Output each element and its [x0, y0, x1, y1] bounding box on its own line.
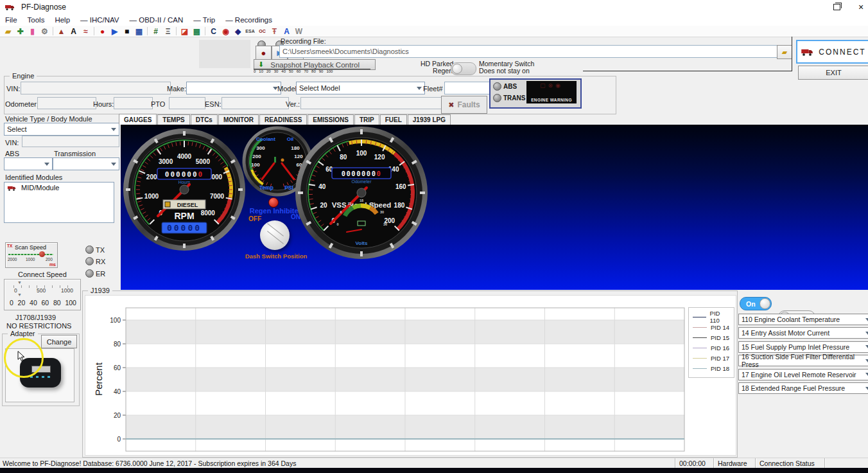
- pid-select-6[interactable]: 18 Extended Range Fuel Pressure: [738, 382, 868, 394]
- adapter-connect-icon[interactable]: ✚: [14, 26, 26, 36]
- exit-button[interactable]: EXIT: [798, 66, 868, 80]
- pid-select-3[interactable]: 15 Fuel Supply Pump Inlet Pressure: [738, 341, 868, 353]
- pto-input[interactable]: [169, 97, 205, 109]
- pid-select-5[interactable]: 17 Engine Oil Level Remote Reservoir: [738, 369, 868, 380]
- change-adapter-button[interactable]: Change: [41, 335, 77, 348]
- menu-item-file[interactable]: File: [0, 16, 22, 24]
- tab-readiness[interactable]: READINESS: [259, 114, 307, 125]
- pid-select-1[interactable]: 110 Engine Coolant Temperature: [738, 314, 868, 325]
- hours-input[interactable]: [114, 97, 153, 109]
- graph-icon[interactable]: ≈: [80, 26, 92, 36]
- oc-brand-icon[interactable]: OC: [256, 26, 268, 36]
- engine-vin-input[interactable]: [21, 82, 171, 94]
- tpms-brand-icon[interactable]: Ŧ: [268, 26, 281, 36]
- connect-button[interactable]: CONNECT: [796, 40, 868, 64]
- esn-input[interactable]: [221, 97, 289, 109]
- play-icon[interactable]: ▶: [108, 26, 121, 36]
- tab-emissions[interactable]: EMISSIONS: [308, 114, 354, 125]
- pid-select-2[interactable]: 14 Entry Assist Motor Current: [738, 327, 868, 339]
- scale-tick: 100: [65, 299, 76, 307]
- fault-codes-icon[interactable]: A: [67, 26, 80, 36]
- svg-text:DIESEL: DIESEL: [177, 202, 198, 208]
- ecm-icon[interactable]: Ξ: [162, 26, 174, 36]
- tab-dtcs[interactable]: DTCs: [191, 114, 218, 125]
- rx-label: RX: [96, 258, 105, 265]
- sidebar-transmission-label: Transmission: [54, 150, 96, 157]
- record-icon[interactable]: ●: [96, 26, 108, 36]
- faults-x-icon: ✖: [448, 101, 454, 109]
- connect-speed-slider[interactable]: ▼ 0 500 1000 ▼ 020406080100: [4, 279, 81, 310]
- vehicle-modules-icon[interactable]: ▲: [55, 26, 67, 36]
- restore-icon: [833, 4, 840, 10]
- er-label: ER: [96, 270, 105, 278]
- menu-item-help[interactable]: Help: [49, 16, 75, 24]
- svg-text:Oil: Oil: [287, 136, 294, 142]
- record-button[interactable]: ●: [256, 46, 272, 60]
- restore-window-button[interactable]: [828, 2, 845, 12]
- legend-line-swatch: [693, 327, 707, 328]
- module-list-item[interactable]: MID/Module: [4, 183, 114, 193]
- allison-brand-icon[interactable]: A: [281, 26, 293, 36]
- identified-modules-list[interactable]: MID/Module: [4, 182, 114, 223]
- cat-brand-icon[interactable]: C: [207, 26, 220, 36]
- svg-text:00000000: 00000000: [342, 170, 382, 177]
- road-speed-gauge: 020406080100120140160180200 00000000 Odo…: [295, 127, 428, 259]
- legend-item: PID 17: [693, 353, 730, 363]
- tab-trip[interactable]: TRIP: [354, 114, 379, 125]
- recording-file-input[interactable]: C:\Users\smeek\Documents\Diagnostics: [279, 45, 781, 58]
- pid-on-toggle[interactable]: On: [740, 297, 772, 310]
- chart-legend: PID 110PID 14PID 15PID 16PID 17PID 18: [688, 307, 734, 378]
- rpm-data-icon[interactable]: ▦: [133, 26, 145, 36]
- model-select[interactable]: Select Model: [296, 82, 425, 94]
- faults-button[interactable]: ✖ Faults: [441, 96, 487, 114]
- adapter-legend: Adapter: [8, 330, 38, 337]
- fleet-input[interactable]: [444, 82, 492, 94]
- fault-lamp-icon[interactable]: ◪: [178, 26, 191, 36]
- notes-icon[interactable]: ▮: [26, 26, 39, 36]
- stop-icon[interactable]: ■: [121, 26, 133, 36]
- legend-label: PID 14: [711, 324, 729, 331]
- can-monitor-icon[interactable]: ▩: [191, 26, 203, 36]
- detroit-brand-icon[interactable]: ◉: [220, 26, 232, 36]
- international-brand-icon[interactable]: ◆: [232, 26, 244, 36]
- pid-select-4[interactable]: 16 Suction Side Fuel Filter Differential…: [738, 355, 868, 366]
- make-select[interactable]: [186, 82, 281, 94]
- tab-fuel[interactable]: FUEL: [380, 114, 407, 125]
- hd-regen-toggle[interactable]: [451, 62, 476, 75]
- close-window-button[interactable]: ×: [853, 2, 868, 12]
- pid-select-value: 14 Entry Assist Motor Current: [742, 329, 829, 337]
- tab-monitor[interactable]: MONITOR: [218, 114, 259, 125]
- open-folder-icon[interactable]: ▰: [2, 26, 14, 36]
- abs-select[interactable]: [4, 157, 53, 170]
- pid-select-value: 17 Engine Oil Level Remote Reservoir: [742, 371, 856, 379]
- menu-item--recordings[interactable]: — Recordings: [220, 16, 277, 24]
- svg-text:PSI: PSI: [284, 184, 293, 191]
- connect-label: CONNECT: [819, 48, 865, 57]
- menu-item--ihc-nav[interactable]: — IHC/NAV: [75, 16, 125, 24]
- tab-j1939-lpg[interactable]: J1939 LPG: [408, 114, 451, 125]
- esa-brand-icon[interactable]: ESA: [244, 26, 256, 36]
- browse-folder-button[interactable]: ▰: [777, 45, 792, 59]
- legend-label: PID 17: [711, 355, 729, 362]
- snapshot-slider-scale[interactable]: 0 10 20 30 40 50 60 70 80 90 100: [254, 69, 370, 75]
- svg-text:60: 60: [114, 364, 121, 371]
- legend-item: PID 18: [693, 363, 730, 373]
- wabco-brand-icon[interactable]: W: [293, 26, 305, 36]
- chevron-down-icon: [865, 387, 868, 393]
- ver-input[interactable]: [300, 97, 444, 109]
- sidebar-vin-input[interactable]: [22, 136, 119, 147]
- settings-gear-icon[interactable]: ⚙: [39, 26, 51, 36]
- menu-item--obd-ii-can[interactable]: — OBD-II / CAN: [125, 16, 189, 24]
- vehicle-type-select[interactable]: Select: [4, 123, 119, 136]
- transmission-select[interactable]: [53, 157, 119, 170]
- menu-item--trip[interactable]: — Trip: [188, 16, 220, 24]
- tab-temps[interactable]: TEMPS: [157, 114, 189, 125]
- menu-item-tools[interactable]: Tools: [22, 16, 50, 24]
- odometer-input[interactable]: [37, 97, 96, 109]
- dash-switch-knob[interactable]: [260, 220, 290, 250]
- svg-text:40: 40: [114, 388, 121, 395]
- toggle-knob: [759, 298, 770, 309]
- tab-gauges[interactable]: GAUGES: [119, 114, 157, 125]
- engine-vin-label: VIN:: [6, 85, 20, 93]
- j1708-j1587-icon[interactable]: #: [150, 26, 162, 36]
